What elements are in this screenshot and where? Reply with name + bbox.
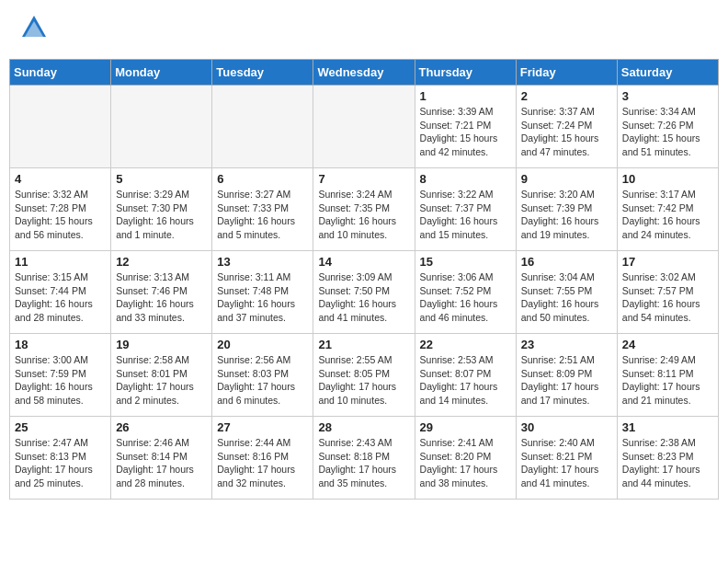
logo-icon bbox=[20, 14, 48, 41]
day-info: Sunrise: 3:24 AM Sunset: 7:35 PM Dayligh… bbox=[318, 188, 409, 242]
day-info: Sunrise: 3:00 AM Sunset: 7:59 PM Dayligh… bbox=[15, 353, 106, 408]
day-info: Sunrise: 3:37 AM Sunset: 7:24 PM Dayligh… bbox=[521, 105, 612, 159]
calendar-table: SundayMondayTuesdayWednesdayThursdayFrid… bbox=[9, 59, 719, 500]
calendar-cell: 17Sunrise: 3:02 AM Sunset: 7:57 PM Dayli… bbox=[617, 251, 718, 334]
day-info: Sunrise: 3:15 AM Sunset: 7:44 PM Dayligh… bbox=[15, 270, 106, 325]
day-number: 16 bbox=[521, 255, 612, 269]
day-number: 6 bbox=[217, 172, 308, 186]
calendar-cell bbox=[111, 86, 212, 168]
day-info: Sunrise: 2:53 AM Sunset: 8:07 PM Dayligh… bbox=[420, 353, 511, 408]
day-info: Sunrise: 2:58 AM Sunset: 8:01 PM Dayligh… bbox=[116, 353, 207, 408]
calendar-cell: 25Sunrise: 2:47 AM Sunset: 8:13 PM Dayli… bbox=[10, 417, 111, 500]
calendar-cell: 20Sunrise: 2:56 AM Sunset: 8:03 PM Dayli… bbox=[212, 334, 313, 417]
calendar-week-row: 18Sunrise: 3:00 AM Sunset: 7:59 PM Dayli… bbox=[10, 334, 719, 417]
day-number: 29 bbox=[420, 420, 511, 434]
calendar-cell bbox=[212, 86, 313, 168]
calendar-cell: 26Sunrise: 2:46 AM Sunset: 8:14 PM Dayli… bbox=[111, 417, 212, 500]
calendar-cell: 30Sunrise: 2:40 AM Sunset: 8:21 PM Dayli… bbox=[516, 417, 617, 500]
calendar-cell: 19Sunrise: 2:58 AM Sunset: 8:01 PM Dayli… bbox=[111, 334, 212, 417]
calendar-cell: 5Sunrise: 3:29 AM Sunset: 7:30 PM Daylig… bbox=[111, 168, 212, 251]
day-number: 4 bbox=[15, 172, 106, 186]
page-header bbox=[9, 9, 719, 52]
calendar-cell: 13Sunrise: 3:11 AM Sunset: 7:48 PM Dayli… bbox=[212, 251, 313, 334]
calendar-cell: 28Sunrise: 2:43 AM Sunset: 8:18 PM Dayli… bbox=[313, 417, 415, 500]
calendar-cell: 6Sunrise: 3:27 AM Sunset: 7:33 PM Daylig… bbox=[212, 168, 313, 251]
column-header-monday: Monday bbox=[111, 60, 212, 86]
day-number: 10 bbox=[622, 172, 713, 186]
day-info: Sunrise: 3:13 AM Sunset: 7:46 PM Dayligh… bbox=[116, 270, 207, 325]
day-info: Sunrise: 3:39 AM Sunset: 7:21 PM Dayligh… bbox=[420, 105, 511, 159]
calendar-cell: 18Sunrise: 3:00 AM Sunset: 7:59 PM Dayli… bbox=[10, 334, 111, 417]
day-number: 26 bbox=[116, 420, 207, 434]
day-info: Sunrise: 2:46 AM Sunset: 8:14 PM Dayligh… bbox=[116, 436, 207, 490]
day-info: Sunrise: 2:47 AM Sunset: 8:13 PM Dayligh… bbox=[15, 436, 106, 490]
day-number: 31 bbox=[622, 420, 713, 434]
day-number: 12 bbox=[116, 255, 207, 269]
calendar-header-row: SundayMondayTuesdayWednesdayThursdayFrid… bbox=[10, 60, 719, 86]
day-info: Sunrise: 2:56 AM Sunset: 8:03 PM Dayligh… bbox=[217, 353, 308, 408]
day-info: Sunrise: 3:04 AM Sunset: 7:55 PM Dayligh… bbox=[521, 270, 612, 325]
calendar-cell: 9Sunrise: 3:20 AM Sunset: 7:39 PM Daylig… bbox=[516, 168, 617, 251]
calendar-cell: 16Sunrise: 3:04 AM Sunset: 7:55 PM Dayli… bbox=[516, 251, 617, 334]
calendar-cell: 1Sunrise: 3:39 AM Sunset: 7:21 PM Daylig… bbox=[415, 86, 516, 168]
day-info: Sunrise: 3:20 AM Sunset: 7:39 PM Dayligh… bbox=[521, 188, 612, 242]
column-header-tuesday: Tuesday bbox=[212, 60, 313, 86]
column-header-saturday: Saturday bbox=[617, 60, 718, 86]
column-header-friday: Friday bbox=[516, 60, 617, 86]
day-info: Sunrise: 3:06 AM Sunset: 7:52 PM Dayligh… bbox=[420, 270, 511, 325]
day-info: Sunrise: 2:41 AM Sunset: 8:20 PM Dayligh… bbox=[420, 436, 511, 490]
day-info: Sunrise: 3:09 AM Sunset: 7:50 PM Dayligh… bbox=[318, 270, 409, 325]
day-info: Sunrise: 2:43 AM Sunset: 8:18 PM Dayligh… bbox=[318, 436, 409, 490]
day-info: Sunrise: 2:55 AM Sunset: 8:05 PM Dayligh… bbox=[318, 353, 409, 408]
calendar-cell: 11Sunrise: 3:15 AM Sunset: 7:44 PM Dayli… bbox=[10, 251, 111, 334]
calendar-cell bbox=[10, 86, 111, 168]
calendar-cell: 15Sunrise: 3:06 AM Sunset: 7:52 PM Dayli… bbox=[415, 251, 516, 334]
column-header-thursday: Thursday bbox=[415, 60, 516, 86]
day-number: 11 bbox=[15, 255, 106, 269]
day-number: 19 bbox=[116, 338, 207, 351]
day-number: 15 bbox=[420, 255, 511, 269]
calendar-week-row: 1Sunrise: 3:39 AM Sunset: 7:21 PM Daylig… bbox=[10, 86, 719, 168]
calendar-cell: 24Sunrise: 2:49 AM Sunset: 8:11 PM Dayli… bbox=[617, 334, 718, 417]
calendar-cell: 23Sunrise: 2:51 AM Sunset: 8:09 PM Dayli… bbox=[516, 334, 617, 417]
day-number: 18 bbox=[15, 338, 106, 351]
day-number: 1 bbox=[420, 89, 511, 103]
calendar-cell bbox=[313, 86, 415, 168]
calendar-cell: 2Sunrise: 3:37 AM Sunset: 7:24 PM Daylig… bbox=[516, 86, 617, 168]
day-number: 3 bbox=[622, 89, 713, 103]
column-header-wednesday: Wednesday bbox=[313, 60, 415, 86]
calendar-cell: 22Sunrise: 2:53 AM Sunset: 8:07 PM Dayli… bbox=[415, 334, 516, 417]
column-header-sunday: Sunday bbox=[10, 60, 111, 86]
day-number: 9 bbox=[521, 172, 612, 186]
day-info: Sunrise: 3:32 AM Sunset: 7:28 PM Dayligh… bbox=[15, 188, 106, 242]
day-number: 21 bbox=[318, 338, 409, 351]
day-number: 30 bbox=[521, 420, 612, 434]
calendar-cell: 7Sunrise: 3:24 AM Sunset: 7:35 PM Daylig… bbox=[313, 168, 415, 251]
calendar-cell: 3Sunrise: 3:34 AM Sunset: 7:26 PM Daylig… bbox=[617, 86, 718, 168]
calendar-cell: 14Sunrise: 3:09 AM Sunset: 7:50 PM Dayli… bbox=[313, 251, 415, 334]
day-number: 28 bbox=[318, 420, 409, 434]
day-number: 2 bbox=[521, 89, 612, 103]
calendar-cell: 12Sunrise: 3:13 AM Sunset: 7:46 PM Dayli… bbox=[111, 251, 212, 334]
day-info: Sunrise: 2:44 AM Sunset: 8:16 PM Dayligh… bbox=[217, 436, 308, 490]
day-number: 13 bbox=[217, 255, 308, 269]
day-info: Sunrise: 2:49 AM Sunset: 8:11 PM Dayligh… bbox=[622, 353, 713, 408]
calendar-cell: 8Sunrise: 3:22 AM Sunset: 7:37 PM Daylig… bbox=[415, 168, 516, 251]
calendar-week-row: 25Sunrise: 2:47 AM Sunset: 8:13 PM Dayli… bbox=[10, 417, 719, 500]
day-number: 25 bbox=[15, 420, 106, 434]
day-number: 27 bbox=[217, 420, 308, 434]
day-info: Sunrise: 3:29 AM Sunset: 7:30 PM Dayligh… bbox=[116, 188, 207, 242]
day-number: 20 bbox=[217, 338, 308, 351]
day-number: 8 bbox=[420, 172, 511, 186]
day-number: 5 bbox=[116, 172, 207, 186]
calendar-cell: 10Sunrise: 3:17 AM Sunset: 7:42 PM Dayli… bbox=[617, 168, 718, 251]
logo bbox=[18, 14, 48, 47]
calendar-week-row: 4Sunrise: 3:32 AM Sunset: 7:28 PM Daylig… bbox=[10, 168, 719, 251]
day-number: 24 bbox=[622, 338, 713, 351]
day-info: Sunrise: 2:51 AM Sunset: 8:09 PM Dayligh… bbox=[521, 353, 612, 408]
calendar-cell: 27Sunrise: 2:44 AM Sunset: 8:16 PM Dayli… bbox=[212, 417, 313, 500]
day-info: Sunrise: 3:22 AM Sunset: 7:37 PM Dayligh… bbox=[420, 188, 511, 242]
day-number: 23 bbox=[521, 338, 612, 351]
day-info: Sunrise: 3:17 AM Sunset: 7:42 PM Dayligh… bbox=[622, 188, 713, 242]
day-number: 7 bbox=[318, 172, 409, 186]
